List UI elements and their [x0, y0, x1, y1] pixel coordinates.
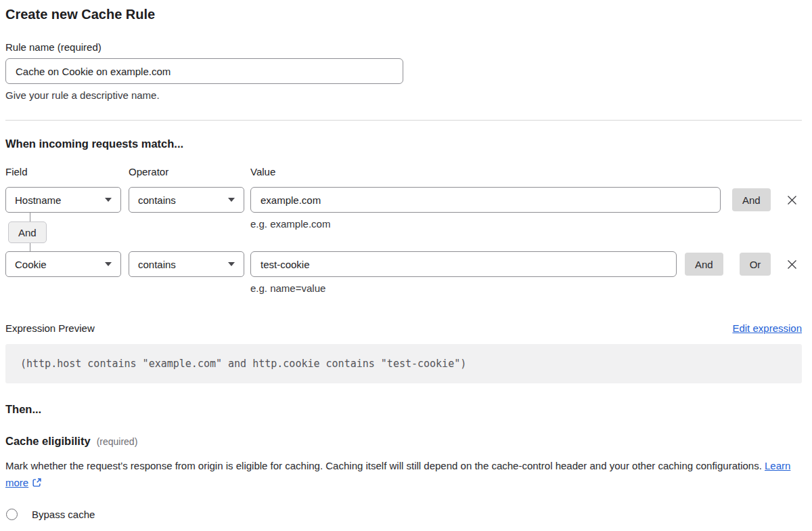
create-cache-rule-form: Create new Cache Rule Rule name (require…: [0, 0, 812, 531]
required-note: (required): [97, 436, 138, 447]
match-section: When incoming requests match... Field Op…: [5, 137, 802, 294]
chevron-down-icon: [228, 262, 235, 266]
chevron-down-icon: [228, 198, 235, 202]
chevron-down-icon: [105, 198, 112, 202]
field-select-2-value: Cookie: [15, 259, 47, 270]
expression-code-box: (http.host contains "example.com" and ht…: [5, 344, 802, 383]
operator-select-2[interactable]: contains: [129, 251, 244, 277]
radio-option-bypass-cache[interactable]: Bypass cache: [5, 509, 802, 520]
operator-select-1[interactable]: contains: [129, 187, 244, 213]
expression-code: (http.host contains "example.com" and ht…: [20, 358, 466, 370]
expression-preview-section: Expression Preview Edit expression (http…: [5, 322, 802, 383]
condition-row-1: Hostname contains And: [5, 187, 802, 213]
operator-select-2-value: contains: [138, 259, 176, 270]
cache-eligibility-description: Mark whether the request’s response from…: [5, 458, 792, 491]
expression-preview-label: Expression Preview: [5, 322, 95, 334]
value-input-1[interactable]: [250, 187, 721, 213]
edit-expression-link[interactable]: Edit expression: [732, 322, 802, 334]
cache-eligibility-section: Cache eligibility (required) Mark whethe…: [5, 435, 802, 531]
condition-column-labels: Field Operator Value: [5, 166, 802, 177]
radio-button-unchecked[interactable]: [6, 509, 18, 520]
condition-connector-area: And e.g. example.com: [5, 213, 802, 251]
section-divider: [5, 120, 802, 121]
then-heading: Then...: [5, 403, 802, 416]
match-heading: When incoming requests match...: [5, 137, 802, 150]
rule-name-input[interactable]: [5, 58, 403, 84]
condition-row-2: Cookie contains And Or: [5, 251, 802, 277]
add-or-condition-button-2[interactable]: Or: [740, 253, 771, 276]
close-icon: [786, 259, 798, 270]
value-input-2[interactable]: [250, 251, 677, 277]
close-icon: [786, 194, 798, 206]
operator-select-1-value: contains: [138, 194, 176, 206]
rule-name-label: Rule name (required): [5, 41, 802, 53]
rule-name-help: Give your rule a descriptive name.: [5, 89, 802, 101]
remove-condition-button-2[interactable]: [785, 257, 799, 272]
value-hint-1: e.g. example.com: [250, 218, 330, 230]
page-title: Create new Cache Rule: [5, 7, 802, 22]
field-select-1[interactable]: Hostname: [5, 187, 121, 213]
description-text: Mark whether the request’s response from…: [5, 460, 765, 471]
remove-condition-button-1[interactable]: [785, 193, 799, 207]
chevron-down-icon: [105, 262, 112, 266]
rule-name-section: Rule name (required) Give your rule a de…: [5, 41, 802, 101]
value-column-label: Value: [250, 166, 275, 177]
value-hint-2: e.g. name=value: [250, 282, 802, 294]
cache-eligibility-title: Cache eligibility: [5, 435, 91, 448]
external-link-icon: [32, 477, 42, 488]
operator-column-label: Operator: [129, 166, 250, 177]
connector-and-button[interactable]: And: [8, 221, 47, 243]
add-and-condition-button-2[interactable]: And: [685, 253, 723, 276]
field-select-2[interactable]: Cookie: [5, 251, 121, 277]
field-column-label: Field: [5, 166, 129, 177]
field-select-1-value: Hostname: [15, 194, 61, 206]
add-and-condition-button-1[interactable]: And: [732, 188, 771, 211]
radio-label: Bypass cache: [32, 509, 95, 520]
